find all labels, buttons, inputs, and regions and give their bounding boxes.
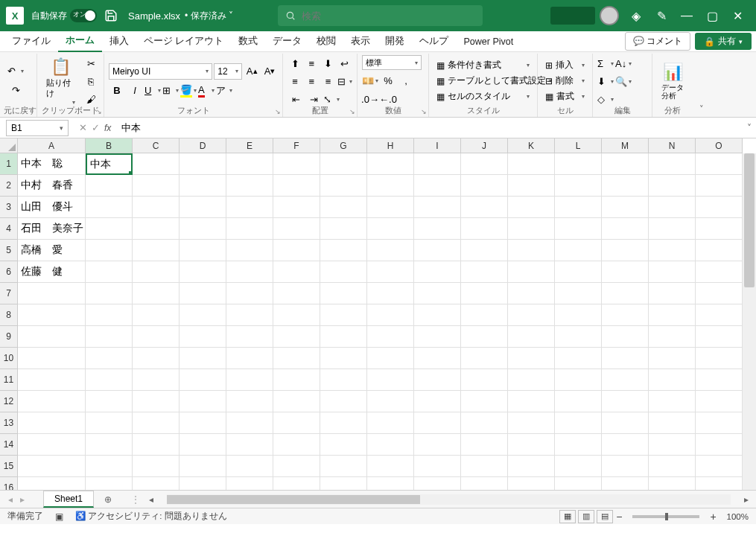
cell-I4[interactable] xyxy=(414,218,461,240)
column-header-B[interactable]: B xyxy=(86,138,133,153)
cell-G14[interactable] xyxy=(320,434,367,456)
cell-I12[interactable] xyxy=(414,391,461,412)
cell-O2[interactable] xyxy=(696,175,743,197)
percent-button[interactable]: % xyxy=(380,72,396,89)
cell-N14[interactable] xyxy=(649,434,696,456)
cell-H3[interactable] xyxy=(367,197,414,218)
cell-B2[interactable] xyxy=(86,175,133,197)
cell-J8[interactable] xyxy=(461,304,508,326)
increase-indent-button[interactable]: ⇥ xyxy=(305,91,322,107)
row-header-14[interactable]: 14 xyxy=(0,434,18,456)
increase-font-button[interactable]: A▴ xyxy=(244,63,260,80)
cell-A14[interactable] xyxy=(18,434,86,456)
cell-I10[interactable] xyxy=(414,348,461,369)
cell-J6[interactable] xyxy=(461,261,508,283)
zoom-level[interactable]: 100% xyxy=(727,512,749,521)
cell-L14[interactable] xyxy=(555,434,602,456)
cell-K13[interactable] xyxy=(508,412,555,434)
cell-K3[interactable] xyxy=(508,197,555,218)
cell-F8[interactable] xyxy=(273,304,320,326)
cell-E7[interactable] xyxy=(226,283,273,304)
cell-D4[interactable] xyxy=(180,218,226,240)
cell-J12[interactable] xyxy=(461,391,508,412)
cell-N1[interactable] xyxy=(649,153,696,175)
cell-N2[interactable] xyxy=(649,175,696,197)
undo-button[interactable]: ↶▾ xyxy=(7,63,24,80)
cell-G1[interactable] xyxy=(320,153,367,175)
cell-B16[interactable] xyxy=(86,477,133,490)
cell-N12[interactable] xyxy=(649,391,696,412)
decrease-decimal-button[interactable]: ←.0 xyxy=(380,91,396,107)
cell-M1[interactable] xyxy=(602,153,649,175)
cell-L12[interactable] xyxy=(555,391,602,412)
phonetic-button[interactable]: ア▾ xyxy=(216,83,232,99)
cell-L1[interactable] xyxy=(555,153,602,175)
redo-button[interactable]: ↷ xyxy=(7,83,24,99)
view-page-layout-button[interactable]: ▥ xyxy=(578,510,594,523)
tab-formulas[interactable]: 数式 xyxy=(231,31,265,52)
autosum-button[interactable]: Σ▾ xyxy=(597,55,614,71)
cell-I8[interactable] xyxy=(414,304,461,326)
align-middle-button[interactable]: ≡ xyxy=(304,55,319,71)
cell-B1[interactable]: 中本 xyxy=(86,153,133,175)
tab-view[interactable]: 表示 xyxy=(343,31,378,52)
cell-H8[interactable] xyxy=(367,304,414,326)
cell-C10[interactable] xyxy=(133,348,180,369)
cell-J15[interactable] xyxy=(461,456,508,477)
font-color-button[interactable]: A▾ xyxy=(198,83,215,99)
cell-K10[interactable] xyxy=(508,348,555,369)
cell-B11[interactable] xyxy=(86,369,133,391)
comma-button[interactable]: , xyxy=(398,72,414,89)
account-box[interactable] xyxy=(550,7,595,25)
cell-J10[interactable] xyxy=(461,348,508,369)
align-center-button[interactable]: ≡ xyxy=(304,73,319,89)
share-button[interactable]: 🔒共有▾ xyxy=(695,33,752,50)
cell-K2[interactable] xyxy=(508,175,555,197)
tab-data[interactable]: データ xyxy=(265,31,309,52)
cell-K14[interactable] xyxy=(508,434,555,456)
align-top-button[interactable]: ⬆ xyxy=(288,55,302,71)
decrease-indent-button[interactable]: ⇤ xyxy=(288,91,304,107)
name-box[interactable]: B1▾ xyxy=(6,120,69,136)
font-name-combo[interactable]: Meiryo UI▾ xyxy=(109,63,212,80)
cell-J5[interactable] xyxy=(461,240,508,261)
cell-H11[interactable] xyxy=(367,369,414,391)
cell-I3[interactable] xyxy=(414,197,461,218)
cell-N15[interactable] xyxy=(649,456,696,477)
cell-O8[interactable] xyxy=(696,304,743,326)
row-header-16[interactable]: 16 xyxy=(0,477,18,490)
cell-E6[interactable] xyxy=(226,261,273,283)
column-header-F[interactable]: F xyxy=(273,138,320,153)
cell-M12[interactable] xyxy=(602,391,649,412)
cell-A10[interactable] xyxy=(18,348,86,369)
diamond-icon[interactable]: ◈ xyxy=(623,3,649,28)
cell-L10[interactable] xyxy=(555,348,602,369)
horizontal-scrollbar[interactable] xyxy=(167,494,731,505)
cell-G15[interactable] xyxy=(320,456,367,477)
row-header-15[interactable]: 15 xyxy=(0,456,18,477)
cell-H13[interactable] xyxy=(367,412,414,434)
cell-M8[interactable] xyxy=(602,304,649,326)
tab-review[interactable]: 校閲 xyxy=(309,31,343,52)
cell-N7[interactable] xyxy=(649,283,696,304)
cell-M11[interactable] xyxy=(602,369,649,391)
cell-N5[interactable] xyxy=(649,240,696,261)
cell-E3[interactable] xyxy=(226,197,273,218)
save-icon[interactable] xyxy=(104,9,118,22)
cell-C6[interactable] xyxy=(133,261,180,283)
select-all-corner[interactable] xyxy=(0,138,18,153)
cell-A1[interactable]: 中本 聡 xyxy=(18,153,86,175)
row-header-11[interactable]: 11 xyxy=(0,369,18,391)
cell-C3[interactable] xyxy=(133,197,180,218)
find-select-button[interactable]: 🔍▾ xyxy=(615,73,632,89)
cell-E8[interactable] xyxy=(226,304,273,326)
close-button[interactable]: ✕ xyxy=(725,3,750,28)
cell-I9[interactable] xyxy=(414,326,461,348)
cell-L8[interactable] xyxy=(555,304,602,326)
cell-D12[interactable] xyxy=(180,391,226,412)
cell-O15[interactable] xyxy=(696,456,743,477)
view-page-break-button[interactable]: ▤ xyxy=(597,510,613,523)
cell-H6[interactable] xyxy=(367,261,414,283)
cell-O1[interactable] xyxy=(696,153,743,175)
cell-C16[interactable] xyxy=(133,477,180,490)
